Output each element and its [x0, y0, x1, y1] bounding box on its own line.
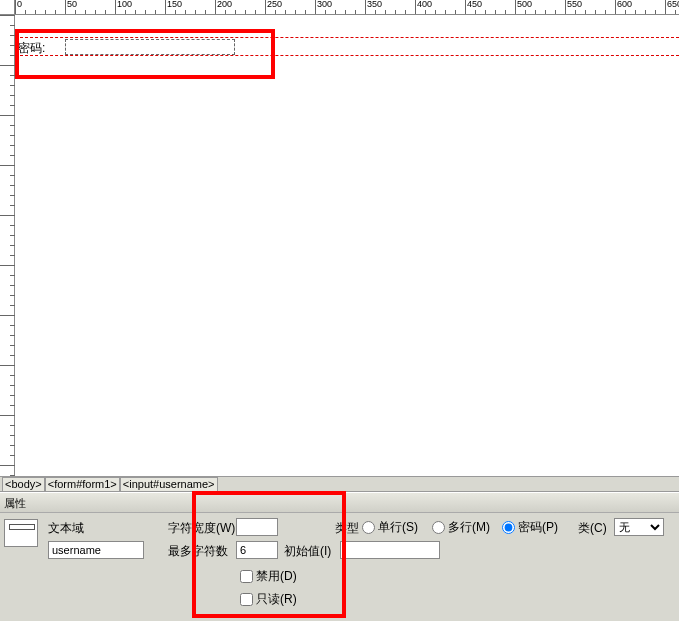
properties-title: 属性 — [0, 493, 679, 513]
checkbox-readonly-label: 只读(R) — [256, 591, 297, 608]
class-label: 类(C) — [578, 520, 607, 537]
breadcrumb-item[interactable]: <input#username> — [120, 477, 218, 492]
ruler-horizontal: 050100150200250300350400450500550600650 — [15, 0, 679, 15]
highlight-box-1 — [15, 29, 275, 79]
field-type-label: 文本域 — [48, 520, 84, 537]
type-label: 类型 — [335, 520, 359, 537]
breadcrumb-item[interactable]: <form#form1> — [45, 477, 120, 492]
radio-password-label: 密码(P) — [518, 519, 558, 536]
properties-panel: 属性 文本域 字符宽度(W) 最多字符数 初始值(I) 类型 单行(S) 多行(… — [0, 492, 679, 621]
checkbox-disabled[interactable]: 禁用(D) — [240, 568, 297, 585]
radio-password[interactable]: 密码(P) — [502, 519, 558, 536]
breadcrumb[interactable]: <body><form#form1><input#username> — [0, 476, 679, 492]
radio-single-label: 单行(S) — [378, 519, 418, 536]
breadcrumb-item[interactable]: <body> — [2, 477, 45, 492]
radio-single-line[interactable]: 单行(S) — [362, 519, 418, 536]
class-select[interactable]: 无 — [614, 518, 664, 536]
radio-multi-line[interactable]: 多行(M) — [432, 519, 490, 536]
max-chars-input[interactable] — [236, 541, 278, 559]
ruler-vertical — [0, 15, 15, 475]
initial-value-label: 初始值(I) — [284, 543, 331, 560]
field-name-input[interactable] — [48, 541, 144, 559]
checkbox-readonly[interactable]: 只读(R) — [240, 591, 297, 608]
char-width-label: 字符宽度(W) — [168, 520, 235, 537]
radio-multi-label: 多行(M) — [448, 519, 490, 536]
initial-value-input[interactable] — [340, 541, 440, 559]
design-canvas[interactable]: 密码: — [15, 15, 679, 475]
textfield-icon — [4, 519, 38, 547]
max-chars-label: 最多字符数 — [168, 543, 228, 560]
checkbox-disabled-label: 禁用(D) — [256, 568, 297, 585]
char-width-input[interactable] — [236, 518, 278, 536]
ruler-corner — [0, 0, 15, 15]
